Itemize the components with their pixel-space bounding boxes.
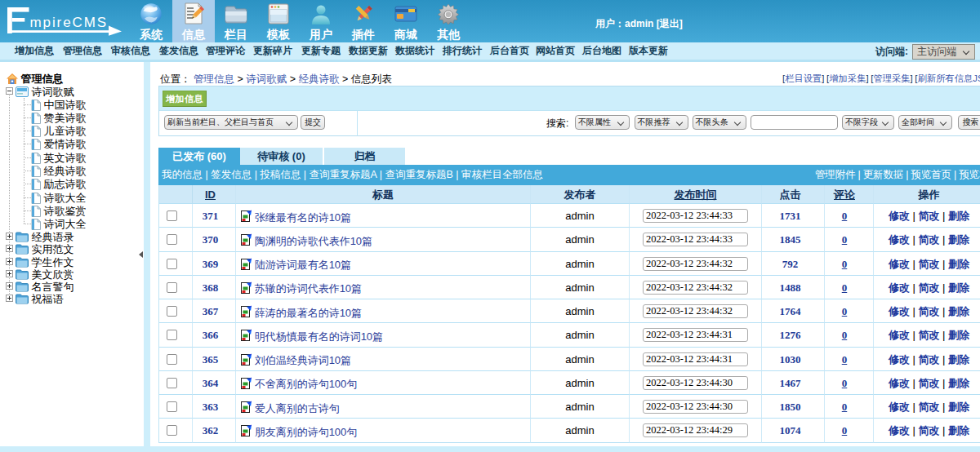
svg-text:mpireCMS: mpireCMS [30, 15, 109, 30]
